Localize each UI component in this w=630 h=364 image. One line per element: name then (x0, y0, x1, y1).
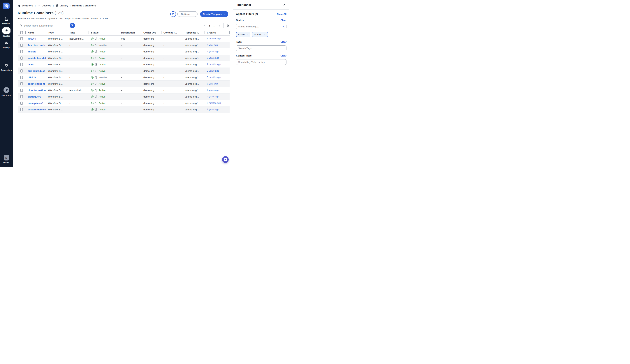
row-checkbox[interactable] (20, 108, 23, 111)
column-header-context-tags[interactable]: Context T... (161, 30, 183, 35)
sidebar-item-deploy[interactable]: Deploy (0, 40, 13, 48)
minus-circle-icon (95, 102, 98, 104)
cell-created-link[interactable]: 2 years ago (204, 50, 230, 53)
context-tags-clear-link[interactable]: Clear (280, 54, 286, 57)
cell-created-link[interactable]: 2 years ago (204, 108, 230, 111)
ai-assistant-fab[interactable] (222, 156, 229, 163)
chip-active[interactable]: Active (236, 32, 250, 37)
pagination: 1 ... (203, 23, 230, 28)
options-button-label: Options (181, 13, 190, 15)
breadcrumb-item-develop[interactable]: Develop (37, 4, 51, 7)
cell-created-link[interactable]: a year ago (204, 82, 230, 85)
row-checkbox[interactable] (20, 56, 23, 60)
row-checkbox[interactable] (20, 89, 23, 92)
select-all-cell (18, 30, 25, 35)
cell-name-link[interactable]: custom-demo-w (25, 108, 46, 111)
status-section-header: Status Clear (236, 19, 286, 21)
cell-created-link[interactable]: 7 months ago (204, 63, 230, 66)
cell-status: Active (88, 63, 119, 66)
sidebar-item-profile[interactable]: D Profile (0, 155, 13, 164)
cell-created-link[interactable]: a year ago (204, 44, 230, 46)
cell-context-tags: - (161, 63, 183, 66)
cell-created-link[interactable]: 5 months ago (204, 76, 230, 79)
cell-created-link[interactable]: 2 years ago (204, 57, 230, 59)
next-page-button[interactable] (218, 24, 221, 27)
filter-button[interactable] (70, 23, 75, 28)
row-checkbox[interactable] (20, 63, 23, 66)
cell-created-link[interactable]: 5 months ago (204, 37, 230, 40)
breadcrumb-item-library[interactable]: Library (56, 4, 68, 7)
clear-all-link[interactable]: Clear All (277, 13, 286, 15)
row-checkbox[interactable] (20, 82, 23, 85)
sidebar-item-label: Dev Portal (0, 94, 13, 96)
row-select-cell (18, 76, 25, 79)
pagination-ellipsis: ... (213, 24, 216, 27)
cell-status: Active (88, 108, 119, 111)
cell-owner-org: demo-org (141, 57, 161, 59)
row-checkbox[interactable] (20, 102, 23, 105)
row-checkbox[interactable] (20, 44, 23, 47)
cell-template-id: /demo-org/... (183, 57, 204, 59)
check-circle-icon (91, 44, 94, 46)
cell-name-link[interactable]: bicep (25, 63, 46, 66)
sidebar-item-dev-portal[interactable]: Dev Portal (0, 87, 13, 96)
filter-panel-body: Applied Filters (2) Clear All Status Cle… (233, 9, 289, 65)
row-checkbox[interactable] (20, 69, 23, 72)
refresh-button[interactable] (170, 11, 176, 17)
cell-context-tags: - (161, 44, 183, 46)
cell-name-link[interactable]: cloudquery (25, 95, 46, 98)
org-hierarchy-icon (18, 4, 20, 7)
breadcrumb-separator: › (70, 4, 71, 7)
sidebar-item-discover[interactable]: Discover (0, 17, 13, 24)
create-template-button[interactable]: Create Template (200, 11, 228, 17)
status-dropdown[interactable]: Status included (2). (236, 24, 286, 29)
cell-name-link[interactable]: cdktf-extend-tf (25, 82, 46, 85)
cell-name-link[interactable]: cUr8JY (25, 76, 46, 79)
column-header-status[interactable]: Status (88, 30, 119, 35)
cell-name-link[interactable]: MkwYjj (25, 37, 46, 40)
close-icon[interactable] (264, 33, 266, 36)
sidebar-item-connectors[interactable]: Connectors (0, 63, 13, 71)
cell-template-id: /demo-org/... (183, 76, 204, 79)
cell-created-link[interactable]: 2 years ago (204, 69, 230, 72)
cell-name-link[interactable]: crossplanev1 (25, 102, 46, 104)
app-logo[interactable] (3, 2, 10, 9)
cell-name-link[interactable]: ansible (25, 50, 46, 53)
tags-section-label: Tags (236, 40, 242, 43)
column-header-type[interactable]: Type (46, 30, 67, 35)
prev-page-button[interactable] (203, 24, 206, 27)
status-clear-link[interactable]: Clear (280, 19, 286, 21)
tags-clear-link[interactable]: Clear (280, 40, 286, 43)
column-header-created[interactable]: Created (204, 30, 230, 35)
row-checkbox[interactable] (20, 50, 23, 53)
cell-created-link[interactable]: 5 months ago (204, 102, 230, 104)
current-page[interactable]: 1 (209, 24, 210, 27)
row-checkbox[interactable] (20, 37, 23, 40)
cell-name-link[interactable]: bug-reproduce (25, 69, 46, 72)
context-tags-section-label: Context Tags (236, 54, 252, 57)
sidebar-item-develop[interactable]: Develop (0, 27, 13, 37)
row-checkbox[interactable] (20, 76, 23, 79)
column-header-name[interactable]: Name (25, 30, 46, 35)
select-all-checkbox[interactable] (20, 31, 23, 34)
cell-name-link[interactable]: cloudformation (25, 89, 46, 92)
context-tags-search-input[interactable] (236, 59, 286, 65)
collapse-panel-button[interactable] (282, 3, 286, 6)
search-input[interactable] (24, 24, 66, 27)
column-header-description[interactable]: Description (119, 30, 141, 35)
cell-name-link[interactable]: Test_test_auth (25, 44, 46, 46)
tags-search-input[interactable] (236, 45, 286, 51)
close-icon[interactable] (246, 33, 248, 36)
column-header-template-id[interactable]: Template ID (183, 30, 204, 35)
options-button[interactable]: Options (177, 11, 198, 17)
cell-created-link[interactable]: 2 years ago (204, 89, 230, 91)
gear-icon[interactable] (226, 24, 230, 27)
cell-created-link[interactable]: 2 years ago (204, 95, 230, 98)
column-header-tags[interactable]: Tags (67, 30, 88, 35)
chip-inactive[interactable]: Inactive (252, 32, 268, 37)
cell-name-link[interactable]: ansible-test-dat (25, 57, 46, 59)
minus-circle-icon (95, 44, 98, 46)
row-checkbox[interactable] (20, 95, 23, 98)
breadcrumb-item-org[interactable]: demo-org (18, 4, 33, 7)
column-header-owner-org[interactable]: Owner Org (141, 30, 161, 35)
